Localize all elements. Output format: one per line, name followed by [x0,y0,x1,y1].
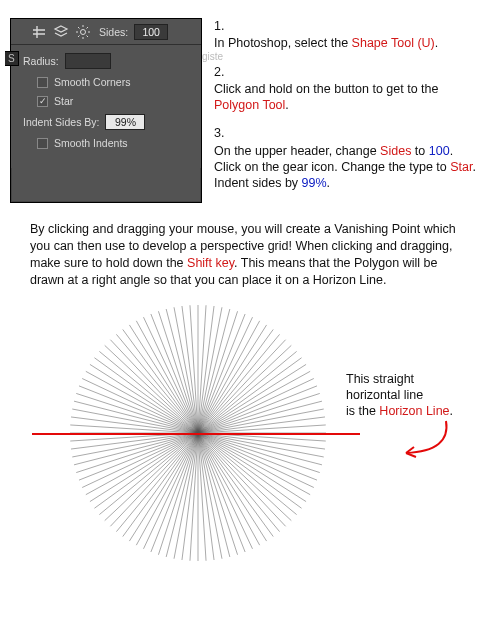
smooth-corners-label: Smooth Corners [54,76,130,88]
step-number: 3. [214,125,478,141]
align-icon[interactable] [31,24,47,40]
highlight: Horizon Line [379,404,449,418]
radius-input[interactable] [65,53,111,69]
svg-point-0 [81,29,86,34]
step-2: 2. Click and hold on the button to get t… [214,64,478,114]
instruction-paragraph: By clicking and dragging your mouse, you… [0,203,500,289]
smooth-indents-checkbox[interactable] [37,138,48,149]
indent-sides-input[interactable]: 99% [105,114,145,130]
smooth-corners-checkbox[interactable] [37,77,48,88]
highlight: Shift key [187,256,234,270]
highlight: Star [450,160,472,174]
sides-label: Sides: [99,26,128,38]
callout-arrow [396,421,456,464]
cropped-text-left: S [5,51,19,66]
highlight: Shape Tool (U) [352,36,435,50]
star-checkbox[interactable]: ✓ [37,96,48,107]
cropped-text-right: giste [202,51,223,62]
step-1: 1. In Photoshop, select the Shape Tool (… [214,18,478,52]
star-label: Star [54,95,73,107]
step-number: 2. [214,64,478,80]
step-3: 3. On the upper header, change Sides to … [214,125,478,191]
panel-toolbar: Sides: 100 [11,19,201,45]
smooth-indents-label: Smooth Indents [54,137,128,149]
step-text: In Photoshop, select the Shape Tool (U). [214,35,478,51]
photoshop-options-panel: Sides: 100 S giste Radius: Smooth Corner… [10,18,202,203]
steps-list: 1. In Photoshop, select the Shape Tool (… [214,18,478,203]
step-text: On the upper header, change Sides to 100… [214,143,478,192]
gear-icon[interactable] [75,24,91,40]
highlight: Sides [380,144,411,158]
vanishing-point-figure: This straight horizontal line is the Hor… [0,293,500,613]
indent-sides-label: Indent Sides By: [23,116,99,128]
step-number: 1. [214,18,478,34]
layers-icon[interactable] [53,24,69,40]
highlight: 99% [302,176,327,190]
highlight: Polygon Tool [214,98,285,112]
step-text: Click and hold on the button to get to t… [214,81,478,114]
highlight: 100 [429,144,450,158]
radius-label: Radius: [23,55,59,67]
sides-input[interactable]: 100 [134,24,168,40]
horizon-line [32,433,360,435]
figure-caption: This straight horizontal line is the Hor… [346,371,488,420]
